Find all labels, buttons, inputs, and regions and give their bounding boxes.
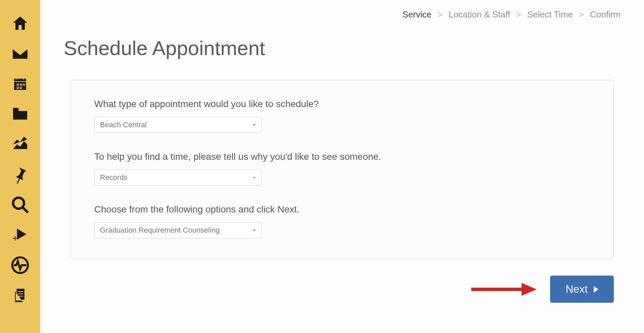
- breadcrumb-step-location[interactable]: Location & Staff: [449, 9, 510, 20]
- breadcrumb-step-time[interactable]: Select Time: [527, 9, 573, 20]
- docs-icon[interactable]: [10, 285, 30, 305]
- breadcrumb-step-confirm[interactable]: Confirm: [590, 9, 621, 20]
- svg-marker-5: [522, 283, 537, 296]
- pulse-icon[interactable]: [10, 255, 30, 275]
- folder-icon[interactable]: [10, 104, 30, 124]
- page-title: Schedule Appointment: [64, 37, 624, 60]
- mail-icon[interactable]: [10, 44, 30, 64]
- annotation-arrow-icon: [470, 281, 537, 298]
- select-option[interactable]: Graduation Requirement Counseling: [94, 222, 262, 238]
- label-appointment-type: What type of appointment would you like …: [94, 99, 590, 109]
- chart-icon[interactable]: [10, 134, 30, 154]
- main-content: Service > Location & Staff > Select Time…: [40, 0, 644, 333]
- next-button-label: Next: [566, 283, 588, 295]
- bookmark-add-icon[interactable]: +: [10, 225, 30, 245]
- chevron-right-icon: >: [516, 9, 521, 20]
- search-icon[interactable]: [10, 195, 30, 215]
- label-option: Choose from the following options and cl…: [94, 204, 590, 215]
- field-option: Choose from the following options and cl…: [94, 204, 590, 238]
- field-reason: To help you find a time, please tell us …: [94, 151, 590, 186]
- select-appointment-type[interactable]: Beach Central: [94, 117, 262, 133]
- play-icon: [594, 286, 598, 293]
- home-icon[interactable]: [10, 13, 30, 34]
- select-reason[interactable]: Records: [94, 170, 262, 186]
- field-appointment-type: What type of appointment would you like …: [94, 99, 590, 133]
- chevron-right-icon: >: [579, 9, 584, 20]
- svg-text:+: +: [12, 233, 18, 243]
- label-reason: To help you find a time, please tell us …: [94, 151, 590, 162]
- svg-line-1: [22, 207, 28, 212]
- svg-point-0: [13, 198, 24, 209]
- pin-icon[interactable]: [10, 164, 30, 185]
- chevron-right-icon: >: [438, 9, 443, 20]
- sidebar: +: [0, 0, 40, 333]
- next-button[interactable]: Next: [550, 276, 614, 303]
- breadcrumb-step-service[interactable]: Service: [402, 9, 432, 20]
- form-card: What type of appointment would you like …: [70, 80, 614, 259]
- footer-actions: Next: [60, 276, 614, 303]
- calendar-icon[interactable]: [10, 74, 30, 94]
- breadcrumb: Service > Location & Staff > Select Time…: [60, 0, 624, 20]
